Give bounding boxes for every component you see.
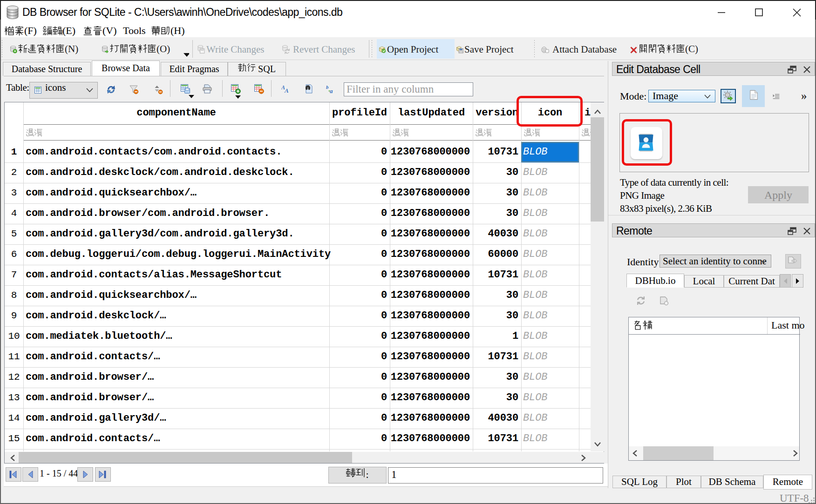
svg-text:b: b <box>326 85 329 90</box>
svg-text:a: a <box>330 87 333 94</box>
svg-text:A: A <box>284 87 289 94</box>
